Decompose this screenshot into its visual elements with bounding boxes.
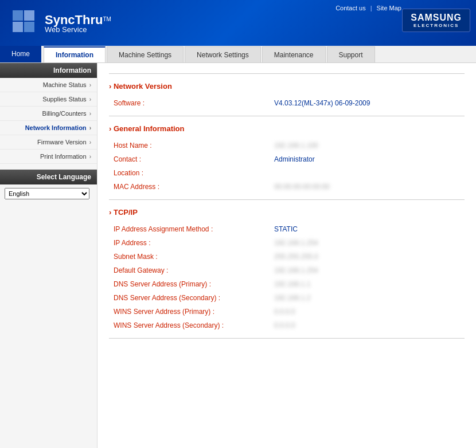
- samsung-text: SAMSUNG: [411, 13, 462, 23]
- tcpip-table: IP Address Assignment Method : STATIC IP…: [109, 222, 465, 332]
- gateway-value: 192.168.1.254: [270, 264, 465, 277]
- sidebar-item-network-info[interactable]: Network Information ›: [0, 121, 97, 135]
- sidebar-item-firmware[interactable]: Firmware Version ›: [0, 135, 97, 150]
- dns-primary-label: DNS Server Address (Primary) :: [109, 277, 270, 291]
- sidebar-item-supplies-status[interactable]: Supplies Status ›: [0, 92, 97, 107]
- arrow-icon-2: ›: [89, 111, 91, 117]
- tcpip-title: TCP/IP: [109, 208, 465, 217]
- table-row-ip-address: IP Address : 192.168.1.254: [109, 236, 465, 250]
- svg-rect-3: [24, 22, 34, 32]
- table-row-software: Software : V4.03.12(ML-347x) 06-09-2009: [109, 96, 465, 110]
- table-row-subnet: Subnet Mask : 255.255.255.0: [109, 250, 465, 264]
- nav-bar: Home Information Machine Settings Networ…: [0, 46, 476, 63]
- nav-home[interactable]: Home: [0, 45, 41, 62]
- tab-machine-settings[interactable]: Machine Settings: [107, 46, 184, 62]
- mac-address-label: MAC Address :: [109, 180, 270, 194]
- dns-primary-value: 192.168.1.1: [270, 277, 465, 291]
- gateway-label: Default Gateway :: [109, 264, 270, 277]
- table-row-mac: MAC Address : 00:00:00:00:00:00: [109, 180, 465, 194]
- tab-support-label: Support: [339, 51, 363, 59]
- arrow-icon-3: ›: [89, 125, 91, 131]
- table-row-gateway: Default Gateway : 192.168.1.254: [109, 264, 465, 277]
- main-content: Network Version Software : V4.03.12(ML-3…: [97, 63, 476, 448]
- sidebar-lang-header: Select Language: [0, 170, 97, 184]
- host-name-value: 192.168.1.100: [270, 139, 465, 152]
- home-label: Home: [11, 50, 30, 58]
- tab-information[interactable]: Information: [44, 46, 106, 62]
- sidebar-lang-select-area: English French German Spanish Korean: [0, 184, 97, 203]
- main-layout: Information Machine Status › Supplies St…: [0, 63, 476, 448]
- table-row-location: Location :: [109, 166, 465, 180]
- contact-value: Administrator: [270, 152, 465, 166]
- tm-text: TM: [103, 16, 111, 22]
- firmware-label: Firmware Version: [37, 139, 87, 146]
- software-value: V4.03.12(ML-347x) 06-09-2009: [270, 96, 465, 110]
- wins-primary-value: 0.0.0.0: [270, 305, 465, 319]
- sidebar-item-billing[interactable]: Billing/Counters ›: [0, 107, 97, 121]
- separator: |: [370, 5, 372, 11]
- location-value: [270, 166, 465, 180]
- general-info-table: Host Name : 192.168.1.100 Contact : Admi…: [109, 139, 465, 194]
- contact-label: Contact :: [109, 152, 270, 166]
- network-version-title: Network Version: [109, 82, 465, 91]
- ip-address-value: 192.168.1.254: [270, 236, 465, 250]
- site-map-link[interactable]: Site Map: [377, 5, 401, 11]
- electronics-text: ELECTRONICS: [411, 23, 462, 28]
- ip-address-label: IP Address :: [109, 236, 270, 250]
- tab-support[interactable]: Support: [327, 46, 375, 62]
- svg-rect-0: [13, 10, 23, 21]
- logo-area: SyncThruTM Web Service: [0, 9, 111, 37]
- supplies-status-label: Supplies Status: [42, 96, 86, 103]
- samsung-logo: SAMSUNG ELECTRONICS: [402, 9, 470, 32]
- dns-secondary-label: DNS Server Address (Secondary) :: [109, 291, 270, 305]
- billing-label: Billing/Counters: [42, 110, 87, 117]
- bottom-divider: [109, 338, 465, 339]
- wins-secondary-label: WINS Server Address (Secondary) :: [109, 319, 270, 332]
- table-row-ip-method: IP Address Assignment Method : STATIC: [109, 222, 465, 236]
- divider-1: [109, 116, 465, 116]
- svg-rect-2: [13, 22, 23, 32]
- arrow-icon-4: ›: [89, 139, 91, 146]
- table-row-dns-secondary: DNS Server Address (Secondary) : 192.168…: [109, 291, 465, 305]
- tab-information-label: Information: [56, 51, 93, 59]
- arrow-icon-1: ›: [89, 96, 91, 103]
- host-name-label: Host Name :: [109, 139, 270, 152]
- tab-network-settings-label: Network Settings: [197, 51, 249, 59]
- ip-method-label: IP Address Assignment Method :: [109, 222, 270, 236]
- subnet-value: 255.255.255.0: [270, 250, 465, 264]
- general-info-title: General Information: [109, 124, 465, 133]
- sidebar-item-print-info[interactable]: Print Information ›: [0, 150, 97, 164]
- dns-secondary-value: 192.168.1.2: [270, 291, 465, 305]
- mac-address-value: 00:00:00:00:00:00: [270, 180, 465, 194]
- divider-2: [109, 199, 465, 200]
- tab-machine-settings-label: Machine Settings: [119, 51, 171, 59]
- arrow-icon-5: ›: [89, 154, 91, 160]
- sidebar-item-machine-status[interactable]: Machine Status ›: [0, 78, 97, 92]
- machine-status-label: Machine Status: [43, 81, 87, 88]
- language-select[interactable]: English French German Spanish Korean: [5, 188, 89, 199]
- svg-rect-1: [24, 10, 34, 21]
- network-info-label: Network Information: [25, 124, 87, 131]
- logo-icon: [11, 9, 39, 37]
- software-label: Software :: [109, 96, 270, 110]
- tab-network-settings[interactable]: Network Settings: [185, 46, 261, 62]
- header-top-links: Contact us | Site Map: [335, 5, 401, 11]
- sidebar: Information Machine Status › Supplies St…: [0, 63, 97, 448]
- tab-maintenance[interactable]: Maintenance: [262, 46, 326, 62]
- wins-primary-label: WINS Server Address (Primary) :: [109, 305, 270, 319]
- logo-text: SyncThruTM Web Service: [45, 13, 111, 34]
- sidebar-info-header: Information: [0, 63, 97, 78]
- header: Contact us | Site Map SyncThruTM Web Ser…: [0, 0, 476, 46]
- table-row-wins-primary: WINS Server Address (Primary) : 0.0.0.0: [109, 305, 465, 319]
- location-label: Location :: [109, 166, 270, 180]
- syncthru-text: SyncThru: [45, 13, 103, 27]
- ip-method-value: STATIC: [270, 222, 465, 236]
- table-row-contact: Contact : Administrator: [109, 152, 465, 166]
- arrow-icon-0: ›: [89, 82, 91, 88]
- tab-maintenance-label: Maintenance: [274, 51, 314, 59]
- wins-secondary-value: 0.0.0.0: [270, 319, 465, 332]
- network-version-table: Software : V4.03.12(ML-347x) 06-09-2009: [109, 96, 465, 110]
- table-row-wins-secondary: WINS Server Address (Secondary) : 0.0.0.…: [109, 319, 465, 332]
- contact-us-link[interactable]: Contact us: [335, 5, 366, 11]
- print-info-label: Print Information: [40, 153, 87, 160]
